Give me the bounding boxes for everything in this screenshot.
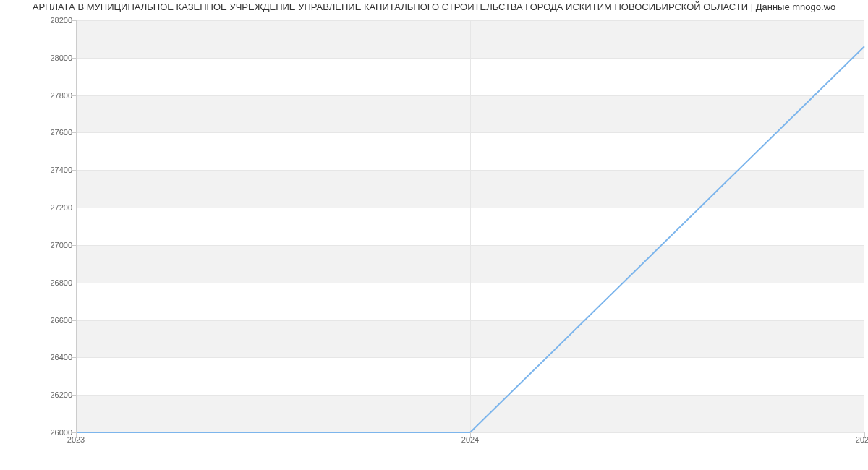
line-series	[76, 20, 864, 432]
y-tick-label: 27000	[7, 241, 72, 249]
chart-title: АРПЛАТА В МУНИЦИПАЛЬНОЕ КАЗЕННОЕ УЧРЕЖДЕ…	[0, 1, 868, 12]
y-tick-label: 26800	[7, 278, 72, 287]
y-tick-label: 27400	[7, 166, 72, 174]
y-tick-label: 27800	[7, 91, 72, 100]
y-tick-label: 27200	[7, 203, 72, 212]
y-tick-label: 28000	[7, 54, 72, 62]
y-tick-label: 26600	[7, 316, 72, 325]
plot-area	[76, 20, 864, 432]
y-tick-label: 28200	[7, 16, 72, 25]
y-tick-label: 26400	[7, 353, 72, 362]
x-tick-label: 2023	[67, 435, 85, 444]
y-tick-label: 27600	[7, 128, 72, 137]
y-tick-label: 26000	[7, 428, 72, 437]
x-tick-label: 2024	[461, 435, 479, 444]
y-tick-label: 26200	[7, 390, 72, 399]
x-tick-label: 2025	[856, 435, 868, 444]
